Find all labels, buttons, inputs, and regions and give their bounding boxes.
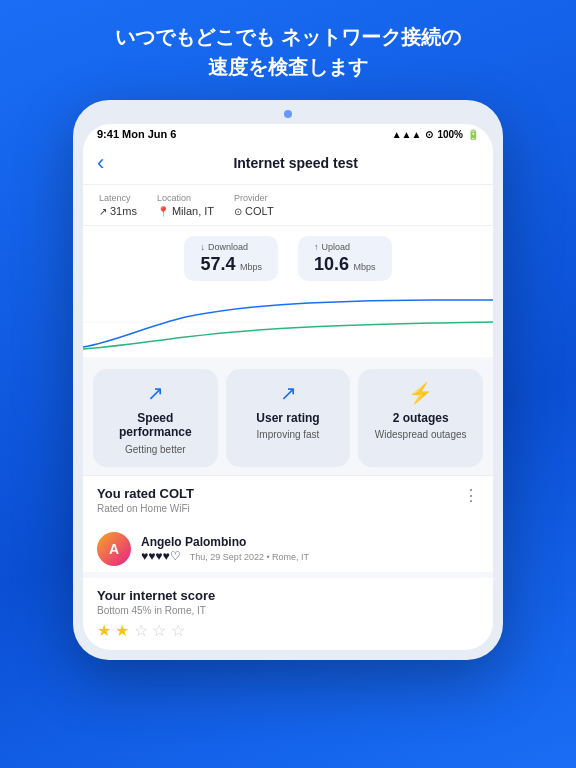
app-title: Internet speed test	[112, 155, 479, 171]
latency-label: Latency	[99, 193, 137, 203]
outages-subtitle: Widespread outages	[375, 429, 467, 440]
upload-card: ↑ Upload 10.6 Mbps	[298, 236, 392, 281]
provider-value: ⊙ COLT	[234, 205, 274, 217]
phone-notch	[284, 110, 292, 118]
user-rating-subtitle: Improving fast	[257, 429, 320, 440]
rating-title: You rated COLT	[97, 486, 479, 501]
user-rating-title: User rating	[256, 411, 319, 425]
upload-label: ↑ Upload	[314, 242, 376, 252]
location-value: 📍 Milan, IT	[157, 205, 214, 217]
battery-icon: 🔋	[467, 129, 479, 140]
download-label: ↓ Download	[200, 242, 262, 252]
cards-section: ↗ Speed performance Getting better ↗ Use…	[83, 361, 493, 475]
location-info: Location 📍 Milan, IT	[157, 193, 214, 217]
score-stars: ★ ★ ☆ ☆ ☆	[97, 621, 479, 640]
upload-value: 10.6 Mbps	[314, 254, 376, 275]
star-4: ☆	[152, 622, 166, 639]
star-3: ☆	[134, 622, 148, 639]
latency-icon: ↗	[99, 206, 107, 217]
upload-arrow-icon: ↑	[314, 242, 319, 252]
internet-score-section: Your internet score Bottom 45% in Rome, …	[83, 572, 493, 650]
chart-section	[83, 287, 493, 357]
provider-label: Provider	[234, 193, 274, 203]
speed-performance-card: ↗ Speed performance Getting better	[93, 369, 218, 467]
phone-wrapper: 9:41 Mon Jun 6 ▲▲▲ ⊙ 100% 🔋 ‹ Internet s…	[73, 100, 503, 660]
back-button[interactable]: ‹	[97, 150, 104, 176]
rating-subtitle: Rated on Home WiFi	[97, 503, 479, 514]
user-row: A Angelo Palombino ♥♥♥♥♡ Thu, 29 Sept 20…	[83, 522, 493, 572]
outages-icon: ⚡	[408, 381, 433, 405]
latency-info: Latency ↗ 31ms	[99, 193, 137, 217]
download-arrow-icon: ↓	[200, 242, 205, 252]
signal-icon: ▲▲▲	[392, 129, 422, 140]
speed-section: ↓ Download 57.4 Mbps ↑ Upload 10.6 Mbps	[83, 226, 493, 287]
phone-screen: 9:41 Mon Jun 6 ▲▲▲ ⊙ 100% 🔋 ‹ Internet s…	[83, 124, 493, 650]
speed-performance-subtitle: Getting better	[125, 444, 186, 455]
header-text: いつでもどこでも ネットワーク接続の 速度を検査します	[85, 0, 491, 100]
app-header: ‹ Internet speed test	[83, 144, 493, 185]
more-options-button[interactable]: ⋮	[463, 486, 479, 505]
location-icon: 📍	[157, 206, 169, 217]
wifi-icon: ⊙	[425, 129, 433, 140]
star-1: ★	[97, 622, 111, 639]
user-rating-icon: ↗	[280, 381, 297, 405]
download-card: ↓ Download 57.4 Mbps	[184, 236, 278, 281]
info-row: Latency ↗ 31ms Location 📍 Milan, IT Prov…	[83, 185, 493, 226]
outages-card: ⚡ 2 outages Widespread outages	[358, 369, 483, 467]
location-label: Location	[157, 193, 214, 203]
provider-info: Provider ⊙ COLT	[234, 193, 274, 217]
user-rating-card: ↗ User rating Improving fast	[226, 369, 351, 467]
star-2: ★	[115, 622, 129, 639]
wifi-small-icon: ⊙	[234, 206, 242, 217]
user-info: Angelo Palombino ♥♥♥♥♡ Thu, 29 Sept 2022…	[141, 535, 309, 563]
star-5: ☆	[171, 622, 185, 639]
battery-label: 100%	[437, 129, 463, 140]
user-name: Angelo Palombino	[141, 535, 309, 549]
user-meta: Thu, 29 Sept 2022 • Rome, IT	[190, 552, 309, 562]
rating-section: ⋮ You rated COLT Rated on Home WiFi	[83, 475, 493, 522]
speed-chart	[83, 287, 493, 357]
user-stars: ♥♥♥♥♡ Thu, 29 Sept 2022 • Rome, IT	[141, 549, 309, 563]
status-bar: 9:41 Mon Jun 6 ▲▲▲ ⊙ 100% 🔋	[83, 124, 493, 144]
download-value: 57.4 Mbps	[200, 254, 262, 275]
speed-performance-icon: ↗	[147, 381, 164, 405]
status-right: ▲▲▲ ⊙ 100% 🔋	[392, 129, 479, 140]
latency-value: ↗ 31ms	[99, 205, 137, 217]
score-title: Your internet score	[97, 588, 479, 603]
outages-title: 2 outages	[393, 411, 449, 425]
status-time: 9:41 Mon Jun 6	[97, 128, 176, 140]
speed-performance-title: Speed performance	[101, 411, 210, 440]
score-subtitle: Bottom 45% in Rome, IT	[97, 605, 479, 616]
avatar: A	[97, 532, 131, 566]
